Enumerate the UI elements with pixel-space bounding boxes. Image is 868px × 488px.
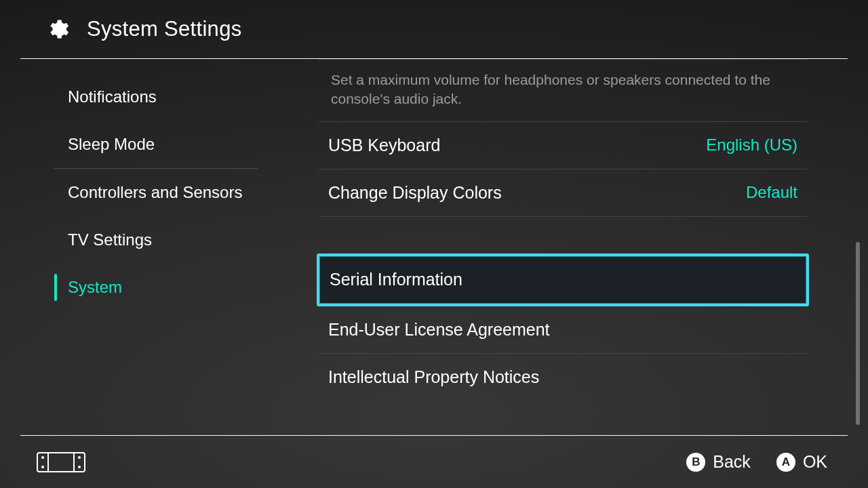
header: System Settings	[0, 0, 868, 58]
sidebar: Themes Notifications Sleep Mode Controll…	[0, 59, 278, 436]
sidebar-item-sleep-mode[interactable]: Sleep Mode	[54, 121, 258, 168]
row-value: English (US)	[706, 136, 797, 155]
row-label: USB Keyboard	[328, 136, 440, 155]
row-eula[interactable]: End-User License Agreement	[319, 306, 807, 354]
row-display-colors[interactable]: Change Display Colors Default	[319, 169, 807, 217]
sidebar-item-notifications[interactable]: Notifications	[54, 73, 258, 121]
sidebar-item-controllers[interactable]: Controllers and Sensors	[54, 169, 258, 216]
b-button-icon: B	[686, 453, 705, 472]
content: Set a maximum volume for headphones or s…	[278, 59, 868, 436]
scrollbar[interactable]	[856, 242, 860, 425]
sidebar-item-label: TV Settings	[68, 230, 152, 249]
sidebar-item-label: Controllers and Sensors	[68, 183, 242, 202]
row-usb-keyboard[interactable]: USB Keyboard English (US)	[319, 122, 807, 169]
a-button-icon: A	[776, 453, 795, 472]
ok-button[interactable]: A OK	[776, 452, 827, 472]
page-title: System Settings	[87, 17, 241, 41]
footer-actions: B Back A OK	[686, 452, 827, 472]
row-label: Serial Information	[330, 270, 462, 289]
hint-text: Set a maximum volume for headphones or s…	[331, 70, 795, 109]
hint-block: Set a maximum volume for headphones or s…	[319, 59, 807, 122]
controller-icon[interactable]	[37, 452, 85, 472]
main: Themes Notifications Sleep Mode Controll…	[0, 59, 868, 436]
row-ip-notices[interactable]: Intellectual Property Notices	[319, 354, 807, 401]
section-gap	[319, 217, 807, 254]
sidebar-item-label: Notifications	[68, 87, 157, 106]
footer: B Back A OK	[0, 436, 868, 488]
sidebar-item-label: Sleep Mode	[68, 135, 155, 154]
row-serial-information[interactable]: Serial Information	[317, 253, 809, 306]
row-label: End-User License Agreement	[328, 320, 550, 340]
gear-icon	[45, 17, 69, 41]
sidebar-item-themes[interactable]: Themes	[54, 59, 258, 73]
ok-label: OK	[803, 452, 827, 472]
sidebar-item-label: System	[68, 278, 122, 297]
back-button[interactable]: B Back	[686, 452, 751, 472]
sidebar-item-system[interactable]: System	[54, 264, 258, 311]
row-label: Change Display Colors	[328, 183, 502, 203]
row-value: Default	[746, 183, 797, 202]
sidebar-item-tv-settings[interactable]: TV Settings	[54, 216, 258, 264]
back-label: Back	[713, 452, 751, 472]
row-label: Intellectual Property Notices	[328, 367, 539, 387]
